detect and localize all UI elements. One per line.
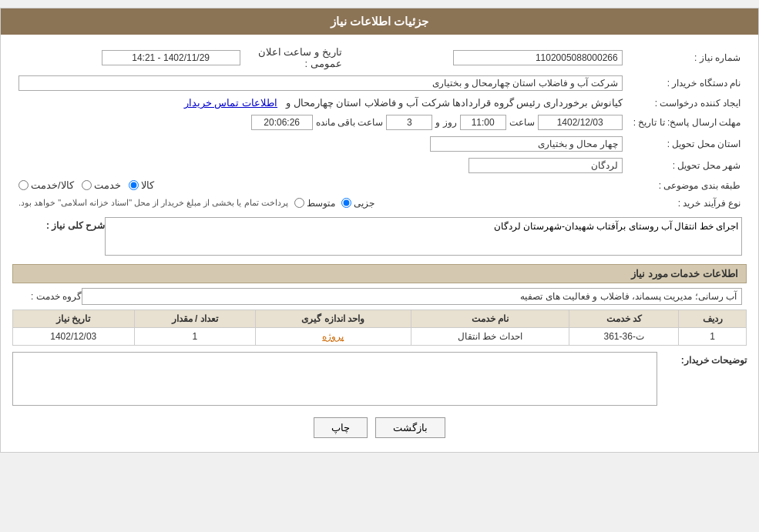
service-table-head: ردیف کد خدمت نام خدمت واحد اندازه گیری ت… <box>13 310 747 328</box>
days-value: 3 <box>386 115 432 130</box>
delivery-city-row: شهر محل تحویل : لردگان <box>14 156 745 176</box>
page-wrapper: جزئیات اطلاعات نیاز شماره نیاز : 1102005… <box>0 8 759 453</box>
main-info-grid: شماره نیاز : 1102005088000266 تاریخ و سا… <box>12 42 747 212</box>
buyer-org-row: نام دستگاه خریدار : شرکت آب و فاضلاب است… <box>14 73 745 93</box>
service-group-value-cell: آب رسانی؛ مدیریت پسماند، فاضلاب و فعالیت… <box>82 288 742 305</box>
creator-value: کیانوش برخورداری رئیس گروه قراردادها شرک… <box>286 97 623 109</box>
need-number-row: شماره نیاز : 1102005088000266 تاریخ و سا… <box>14 44 745 72</box>
creator-link[interactable]: اطلاعات تماس خریدار <box>184 97 277 109</box>
page-header: جزئیات اطلاعات نیاز <box>1 8 758 35</box>
delivery-province-label: استان محل تحویل : <box>629 134 745 154</box>
unit-link[interactable]: پروژه <box>322 331 344 342</box>
cell-row-num: 1 <box>679 328 747 346</box>
purchase-motavaset-radio[interactable] <box>294 198 304 208</box>
category-khadamat-label: خدمت <box>94 179 121 191</box>
purchase-jozei-option[interactable]: جزیی <box>341 198 374 209</box>
need-number-value-cell: 1102005088000266 <box>348 44 627 72</box>
time-value: 11:00 <box>460 115 506 130</box>
category-value-cell: کالا/خدمت خدمت کالا <box>14 177 627 193</box>
page-title: جزئیات اطلاعات نیاز <box>331 15 428 28</box>
deadline-row: مهلت ارسال پاسخ: تا تاریخ : 20:06:26 ساع… <box>14 112 745 132</box>
purchase-motavaset-option[interactable]: متوسط <box>294 198 335 209</box>
content-area: شماره نیاز : 1102005088000266 تاریخ و سا… <box>1 35 758 452</box>
category-kala-khadamat-label: کالا/خدمت <box>31 179 74 191</box>
col-unit: واحد اندازه گیری <box>255 310 411 328</box>
purchase-type-row: نوع فرآیند خرید : پرداخت تمام یا بخشی از… <box>14 195 745 211</box>
purchase-jozei-label: جزیی <box>354 198 374 209</box>
cell-date: 1402/12/03 <box>13 328 135 346</box>
category-kala-label: کالا <box>141 179 154 191</box>
need-number-label: شماره نیاز : <box>629 44 745 72</box>
announce-date-value: 1402/11/29 - 14:21 <box>102 50 240 65</box>
category-kala-khadamat-option[interactable]: کالا/خدمت <box>18 179 74 191</box>
category-khadamat-radio[interactable] <box>82 180 92 190</box>
delivery-city-value-cell: لردگان <box>14 156 627 176</box>
col-row-num: ردیف <box>679 310 747 328</box>
service-info-title: اطلاعات خدمات مورد نیاز <box>12 264 747 283</box>
cell-service-name: احداث خط انتقال <box>411 328 569 346</box>
category-row: طبقه بندی موضوعی : کالا/خدمت خدمت کالا <box>14 177 745 193</box>
purchase-note: پرداخت تمام یا بخشی از مبلغ خریدار از مح… <box>18 198 288 208</box>
creator-row: ایجاد کننده درخواست : کیانوش برخورداری ر… <box>14 95 745 111</box>
col-quantity: تعداد / مقدار <box>134 310 255 328</box>
purchase-motavaset-label: متوسط <box>307 198 335 209</box>
buyer-desc-textarea[interactable] <box>12 352 657 406</box>
time-label: ساعت <box>509 117 535 128</box>
announce-date-value-cell: 1402/11/29 - 14:21 <box>14 44 245 72</box>
days-label: روز و <box>435 117 456 128</box>
delivery-province-value: چهار محال و بختیاری <box>430 136 623 152</box>
service-group-value: آب رسانی؛ مدیریت پسماند، فاضلاب و فعالیت… <box>82 288 742 305</box>
creator-label: ایجاد کننده درخواست : <box>629 95 745 111</box>
delivery-city-value: لردگان <box>468 158 623 173</box>
category-khadamat-option[interactable]: خدمت <box>82 179 121 191</box>
need-description-container <box>105 217 742 258</box>
buyer-desc-label: توضیحات خریدار: <box>662 352 747 366</box>
send-deadline-label: مهلت ارسال پاسخ: تا تاریخ : <box>629 112 745 132</box>
need-description-label: شرح کلی نیاز : <box>12 217 105 231</box>
col-service-code: کد خدمت <box>569 310 679 328</box>
need-description-textarea[interactable] <box>105 217 742 256</box>
cell-service-code: ت-36-361 <box>569 328 679 346</box>
cell-unit: پروژه <box>255 328 411 346</box>
buyer-org-value-cell: شرکت آب و فاضلاب استان چهارمحال و بختیار… <box>14 73 627 93</box>
delivery-city-label: شهر محل تحویل : <box>629 156 745 176</box>
need-number-value: 1102005088000266 <box>453 50 623 65</box>
back-button[interactable]: بازگشت <box>375 417 445 438</box>
delivery-province-value-cell: چهار محال و بختیاری <box>14 134 627 154</box>
print-button[interactable]: چاپ <box>314 417 368 438</box>
purchase-type-value-cell: پرداخت تمام یا بخشی از مبلغ خریدار از مح… <box>14 195 627 211</box>
cell-quantity: 1 <box>134 328 255 346</box>
purchase-jozei-radio[interactable] <box>341 198 351 208</box>
service-table-body: 1 ت-36-361 احداث خط انتقال پروژه 1 1402/… <box>13 328 747 346</box>
button-row: بازگشت چاپ <box>12 417 747 438</box>
buyer-desc-row: توضیحات خریدار: <box>12 352 747 408</box>
buyer-org-value: شرکت آب و فاضلاب استان چهارمحال و بختیار… <box>18 75 623 91</box>
col-date: تاریخ نیاز <box>13 310 135 328</box>
col-service-name: نام خدمت <box>411 310 569 328</box>
service-group-label: گروه خدمت : <box>12 291 82 302</box>
need-desc-row: شرح کلی نیاز : <box>12 217 747 258</box>
buyer-desc-container <box>12 352 657 408</box>
category-kala-option[interactable]: کالا <box>129 179 154 191</box>
category-kala-radio[interactable] <box>129 180 139 190</box>
date-value: 1402/12/03 <box>538 115 623 130</box>
table-row: 1 ت-36-361 احداث خط انتقال پروژه 1 1402/… <box>13 328 747 346</box>
announce-date-label: تاریخ و ساعت اعلان عمومی : <box>247 44 347 72</box>
category-label: طبقه بندی موضوعی : <box>629 177 745 193</box>
remaining-value: 20:06:26 <box>251 115 313 130</box>
buyer-org-label: نام دستگاه خریدار : <box>629 73 745 93</box>
category-kala-khadamat-radio[interactable] <box>18 180 29 190</box>
delivery-province-row: استان محل تحویل : چهار محال و بختیاری <box>14 134 745 154</box>
purchase-type-label: نوع فرآیند خرید : <box>629 195 745 211</box>
service-table: ردیف کد خدمت نام خدمت واحد اندازه گیری ت… <box>12 309 747 346</box>
remaining-label: ساعت باقی مانده <box>316 117 384 128</box>
service-table-header-row: ردیف کد خدمت نام خدمت واحد اندازه گیری ت… <box>13 310 747 328</box>
creator-value-cell: کیانوش برخورداری رئیس گروه قراردادها شرک… <box>14 95 627 111</box>
deadline-value-cell: 20:06:26 ساعت باقی مانده 3 روز و 11:00 س… <box>14 112 627 132</box>
service-group-row: گروه خدمت : آب رسانی؛ مدیریت پسماند، فاض… <box>12 288 747 305</box>
